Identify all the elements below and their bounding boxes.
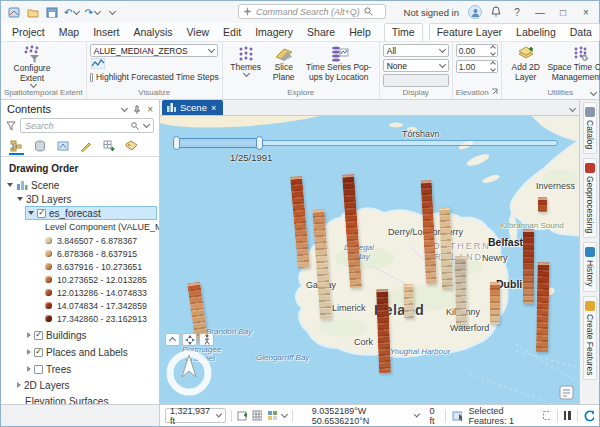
tab-imagery[interactable]: Imagery [248,24,300,41]
contents-search-chevron-icon[interactable] [143,121,150,128]
redo-dropdown-icon[interactable] [94,7,101,14]
contents-search-input[interactable]: Search [20,118,154,133]
themes-button[interactable]: Themes [226,44,266,83]
scene-tab-close-icon[interactable]: × [211,103,216,113]
space-time-bar[interactable] [455,256,467,326]
minimize-button[interactable]: — [533,7,547,18]
display-all-combo[interactable]: All [383,44,449,57]
new-project-icon[interactable] [7,6,21,19]
maximize-button[interactable]: □ [556,7,570,18]
open-project-icon[interactable] [26,6,40,19]
scene-viewport[interactable]: TórshavnInvernessDerry/LondonderryNORTHE… [160,116,579,404]
tab-labeling[interactable] [124,138,139,153]
stc-management-button[interactable]: Space Time Cube Management [547,44,600,83]
add-pane-icon[interactable] [237,410,247,421]
account-avatar[interactable] [468,5,482,19]
variable-combo[interactable]: ALUE_MEDIAN_ZEROS [90,44,218,57]
es-forecast-expander-icon[interactable] [28,211,34,215]
tree-item-2d-layers[interactable]: 2D Layers [1,378,159,392]
snap-mode-button[interactable] [267,410,287,421]
tree-item-es-forecast[interactable]: ✓ es_forecast [25,206,157,220]
expander-icon[interactable] [27,332,31,338]
tab-help[interactable]: Help [342,24,378,41]
tab-edit[interactable]: Edit [216,24,248,41]
refresh-icon[interactable] [583,410,594,422]
compass-navigator[interactable] [165,349,213,397]
undo-button[interactable]: ↶ [64,7,79,18]
layer-checkbox[interactable]: ✓ [34,331,43,340]
tab-labeling[interactable]: Labeling [509,24,563,41]
tab-snapping[interactable] [101,138,116,153]
pin-icon[interactable] [133,105,141,114]
slice-plane-button[interactable]: Slice Plane [266,44,302,83]
time-series-popups-button[interactable]: Time Series Pop-ups by Location [302,44,376,83]
es-forecast-checkbox[interactable]: ✓ [37,209,46,218]
tab-share[interactable]: Share [300,24,342,41]
tab-analysis[interactable]: Analysis [126,24,179,41]
nav-expand-icon[interactable] [165,333,180,346]
time-slider-start-handle[interactable] [173,136,180,150]
dock-tab-history[interactable]: History [583,242,597,291]
coordinates-display[interactable]: 9.0352189°W 50.6536210°N 0 ft [312,406,440,426]
dock-tab-create-features[interactable]: Create Features [583,296,597,380]
tree-item-buildings[interactable]: ✓Buildings [1,328,159,342]
grid-icon[interactable] [252,410,262,421]
select-extent-icon[interactable] [542,410,551,421]
save-project-icon[interactable] [45,6,59,19]
tab-insert[interactable]: Insert [86,24,126,41]
layer-checkbox[interactable] [34,365,43,374]
highlight-forecast-checkbox-row[interactable]: Highlight Forecasted Time Steps [90,72,219,82]
tab-feature-layer[interactable]: Feature Layer [430,24,509,41]
dialog-launcher-icon[interactable] [491,88,498,95]
time-series-chart-icon[interactable] [91,58,105,69]
elevation-offset-spinner[interactable]: 0.00 [456,44,498,57]
tree-item-trees[interactable]: Trees [1,362,159,376]
layer-checkbox[interactable]: ✓ [34,348,43,357]
tab-time-label[interactable]: Time [385,24,422,41]
tree-item-3d-layers[interactable]: 3D Layers [1,192,159,206]
tree-item-scene[interactable]: Scene [1,178,159,192]
2d-layers-expander-icon[interactable] [17,382,21,388]
add-2d-layer-button[interactable]: Add 2D Layer [505,44,547,83]
configure-extent-button[interactable]: Configure Extent [4,44,60,87]
space-time-bar[interactable] [536,262,550,352]
expander-icon[interactable] [27,366,31,372]
dynamic-constraints-icon[interactable] [559,385,574,400]
tab-view[interactable]: View [180,24,217,41]
pane-close-icon[interactable]: × [147,104,153,115]
space-time-bar[interactable] [523,229,534,304]
selected-features-count[interactable]: Selected Features: 1 [468,406,535,426]
3d-layers-expander-icon[interactable] [17,197,23,201]
command-search-input[interactable]: Command Search (Alt+Q) [238,4,386,19]
scene-view-tab[interactable]: Scene × [162,100,223,115]
tab-data-source[interactable] [32,138,47,153]
tree-item-places-and-labels[interactable]: ✓Places and Labels [1,345,159,359]
notifications-bell-icon[interactable] [491,6,501,19]
signin-status[interactable]: Not signed in [404,7,459,18]
tab-map[interactable]: Map [52,24,86,41]
space-time-bar[interactable] [403,284,414,318]
tab-project[interactable]: Project [5,24,52,41]
contextual-tab-time[interactable]: Time [384,23,423,41]
close-button[interactable]: × [579,7,593,18]
tab-drawing-order[interactable] [9,138,24,153]
scene-expander-icon[interactable] [7,183,13,187]
display-none-combo[interactable]: None [383,59,449,72]
nav-walk-icon[interactable] [199,333,214,346]
expander-icon[interactable] [27,349,31,355]
undo-dropdown-icon[interactable] [73,7,80,14]
time-slider-current-handle[interactable] [256,136,263,150]
elevation-exaggeration-spinner[interactable]: 1.00 [456,60,498,73]
help-icon[interactable]: ? [510,7,524,18]
space-time-bar[interactable] [490,282,500,324]
space-time-bar[interactable] [538,197,547,212]
tab-selection[interactable] [55,138,70,153]
redo-button[interactable]: ↷ [84,7,99,18]
view-tab-overflow-icon[interactable] [569,105,576,112]
customize-qat-icon[interactable] [105,6,119,19]
tab-data[interactable]: Data [563,24,599,41]
dock-tab-catalog[interactable]: Catalog [583,102,597,154]
pause-drawing-button[interactable] [564,411,571,420]
tree-item-elevation-surfaces[interactable]: Elevation Surfaces [1,394,159,404]
scale-combo[interactable]: 1,321,937 ft [165,408,226,423]
